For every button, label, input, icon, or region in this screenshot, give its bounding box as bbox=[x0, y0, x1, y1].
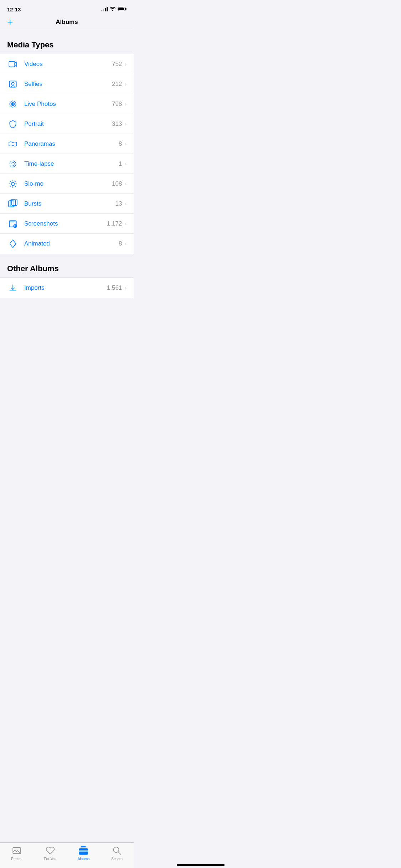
chevron-icon: › bbox=[125, 101, 127, 107]
selfies-count: 212 bbox=[112, 81, 122, 88]
imports-label: Imports bbox=[24, 284, 107, 291]
chevron-icon: › bbox=[125, 201, 127, 207]
chevron-icon: › bbox=[125, 285, 127, 291]
chevron-icon: › bbox=[125, 161, 127, 167]
svg-point-25 bbox=[15, 225, 16, 226]
live-photos-label: Live Photos bbox=[24, 100, 112, 108]
list-item-panoramas[interactable]: Panoramas 8 › bbox=[0, 134, 134, 154]
chevron-icon: › bbox=[125, 241, 127, 247]
animated-icon bbox=[7, 239, 19, 248]
timelapse-icon bbox=[7, 159, 19, 169]
svg-rect-3 bbox=[9, 61, 15, 67]
nav-bar: + Albums bbox=[0, 16, 134, 30]
svg-point-5 bbox=[11, 82, 14, 85]
chevron-icon: › bbox=[125, 181, 127, 187]
page-title: Albums bbox=[56, 19, 78, 26]
other-albums-header: Other Albums bbox=[0, 264, 134, 278]
list-item-bursts[interactable]: Bursts 13 › bbox=[0, 194, 134, 214]
selfie-icon bbox=[7, 79, 19, 89]
svg-point-7 bbox=[12, 103, 13, 104]
portrait-label: Portrait bbox=[24, 120, 112, 128]
panoramas-count: 8 bbox=[119, 140, 122, 148]
time-lapse-count: 1 bbox=[119, 160, 122, 167]
svg-point-9 bbox=[11, 162, 15, 165]
live-photos-icon bbox=[7, 99, 19, 109]
screenshots-label: Screenshots bbox=[24, 220, 107, 227]
svg-line-18 bbox=[15, 181, 15, 182]
list-item-imports[interactable]: Imports 1,561 › bbox=[0, 278, 134, 298]
status-time: 12:13 bbox=[7, 6, 21, 12]
status-icons bbox=[101, 6, 127, 12]
list-item-time-lapse[interactable]: Time-lapse 1 › bbox=[0, 154, 134, 174]
svg-line-17 bbox=[10, 186, 11, 186]
list-item-animated[interactable]: Animated 8 › bbox=[0, 234, 134, 254]
media-types-list: Videos 752 › Selfies 212 › bbox=[0, 54, 134, 254]
list-item-videos[interactable]: Videos 752 › bbox=[0, 54, 134, 74]
svg-line-15 bbox=[10, 181, 11, 182]
portrait-count: 313 bbox=[112, 120, 122, 128]
svg-rect-2 bbox=[118, 7, 124, 10]
animated-label: Animated bbox=[24, 240, 119, 247]
imports-icon bbox=[7, 283, 19, 293]
panoramas-label: Panoramas bbox=[24, 140, 119, 148]
selfies-label: Selfies bbox=[24, 81, 112, 88]
live-photos-count: 798 bbox=[112, 100, 122, 108]
bursts-count: 13 bbox=[115, 200, 122, 207]
slo-mo-count: 108 bbox=[112, 180, 122, 187]
media-types-section: Media Types Videos 752 › bbox=[0, 40, 134, 254]
list-item-slo-mo[interactable]: Slo-mo 108 › bbox=[0, 174, 134, 194]
screenshots-count: 1,172 bbox=[107, 220, 122, 227]
add-album-button[interactable]: + bbox=[7, 17, 13, 27]
wifi-icon bbox=[110, 6, 115, 12]
signal-icon bbox=[101, 7, 108, 11]
panorama-icon bbox=[7, 139, 19, 149]
chevron-icon: › bbox=[125, 81, 127, 87]
videos-count: 752 bbox=[112, 61, 122, 68]
scroll-content: Media Types Videos 752 › bbox=[0, 40, 134, 328]
chevron-icon: › bbox=[125, 221, 127, 227]
video-icon bbox=[7, 60, 19, 69]
time-lapse-label: Time-lapse bbox=[24, 160, 119, 167]
list-item-selfies[interactable]: Selfies 212 › bbox=[0, 74, 134, 94]
videos-label: Videos bbox=[24, 61, 112, 68]
svg-point-10 bbox=[10, 161, 16, 167]
other-albums-section: Other Albums Imports 1,561 › bbox=[0, 264, 134, 298]
screenshot-icon bbox=[7, 219, 19, 228]
list-item-screenshots[interactable]: Screenshots 1,172 › bbox=[0, 214, 134, 234]
slomo-icon bbox=[7, 179, 19, 188]
chevron-icon: › bbox=[125, 141, 127, 147]
slo-mo-label: Slo-mo bbox=[24, 180, 112, 187]
svg-rect-4 bbox=[9, 81, 16, 87]
svg-line-16 bbox=[15, 186, 15, 186]
svg-point-19 bbox=[11, 182, 15, 185]
status-bar: 12:13 bbox=[0, 0, 134, 16]
bursts-icon bbox=[7, 199, 19, 208]
svg-rect-1 bbox=[125, 8, 127, 10]
imports-count: 1,561 bbox=[107, 284, 122, 291]
chevron-icon: › bbox=[125, 121, 127, 127]
animated-count: 8 bbox=[119, 240, 122, 247]
list-item-live-photos[interactable]: Live Photos 798 › bbox=[0, 94, 134, 114]
portrait-icon bbox=[7, 119, 19, 129]
chevron-icon: › bbox=[125, 61, 127, 67]
other-albums-list: Imports 1,561 › bbox=[0, 278, 134, 298]
battery-icon bbox=[118, 6, 127, 12]
bursts-label: Bursts bbox=[24, 200, 115, 207]
list-item-portrait[interactable]: Portrait 313 › bbox=[0, 114, 134, 134]
media-types-header: Media Types bbox=[0, 40, 134, 54]
